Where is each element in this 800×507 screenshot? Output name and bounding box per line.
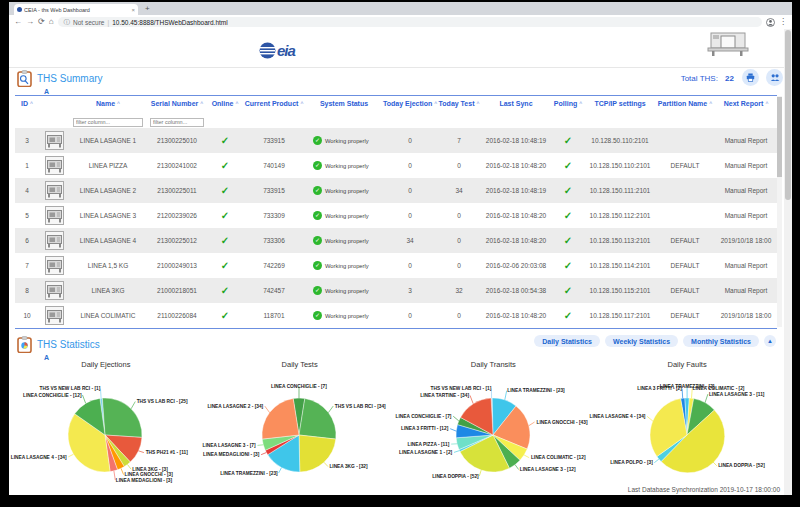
tab-close-icon[interactable]: ×	[131, 7, 135, 13]
column-header-name[interactable]: Name^	[69, 96, 147, 111]
cell-serial-number: 21000249013	[147, 253, 207, 278]
cell-polling: ✓	[551, 228, 585, 253]
summary-collapse-marker[interactable]: A	[44, 88, 49, 95]
sort-caret-icon[interactable]: ^	[30, 100, 33, 106]
filter-cell	[15, 110, 39, 128]
reload-icon[interactable]: ⟳	[38, 18, 45, 26]
status-ok-label: Working properly	[325, 213, 369, 219]
cell-online: ✓	[207, 303, 243, 329]
browser-tab[interactable]: CEIA - ths Web Dashboard ×	[14, 4, 138, 15]
filter-input-name[interactable]	[73, 118, 143, 127]
dashboard-page: eia THS Summary A Total THS:	[9, 29, 792, 495]
chart-title: Daily Tests	[203, 360, 397, 373]
cell-id: 10	[15, 303, 39, 329]
weekly-statistics-button[interactable]: Weekly Statistics	[605, 335, 678, 347]
menu-icon[interactable]: ⋮	[779, 18, 787, 26]
cell-today-ejection: 0	[383, 153, 437, 178]
cell-polling: ✓	[551, 178, 585, 203]
new-tab-button[interactable]: +	[145, 5, 150, 15]
pie-slice-linea-lasagne-2	[262, 399, 299, 440]
table-row-7[interactable]: 7LINEA 1,5 KG21000249013✓742269✓Working …	[15, 253, 777, 278]
back-icon[interactable]: ←	[14, 18, 22, 26]
home-icon[interactable]: ⌂	[49, 18, 54, 26]
cell-id: 8	[15, 278, 39, 303]
pie-label: LINEA CONCHIGLIE - [7]	[271, 384, 327, 389]
cell-system-status: ✓Working properly	[305, 303, 383, 329]
cell-system-status: ✓Working properly	[305, 203, 383, 228]
ths-machine-image	[706, 31, 750, 62]
tab-bar: CEIA - ths Web Dashboard × +	[9, 2, 792, 15]
sort-caret-icon[interactable]: ^	[235, 100, 238, 106]
online-check-icon: ✓	[221, 185, 229, 196]
table-row-4[interactable]: 4LINEA LASAGNE 221300225011✓733915✓Worki…	[15, 178, 777, 203]
sort-caret-icon[interactable]: ^	[579, 100, 582, 106]
cell-today-test: 34	[437, 178, 481, 203]
cell-online: ✓	[207, 178, 243, 203]
cell-today-test: 0	[437, 203, 481, 228]
table-row-3[interactable]: 3LINEA LASAGNE 121300225010✓733915✓Worki…	[15, 128, 777, 153]
column-header-system-status[interactable]: System Status	[305, 96, 383, 111]
sort-caret-icon[interactable]: ^	[477, 100, 480, 106]
column-header-polling[interactable]: Polling^	[551, 96, 585, 111]
page-scrollbar[interactable]	[784, 29, 792, 495]
pie-label: LINEA LASAGNE 1 - [2]	[399, 450, 453, 455]
cell-machine-thumbnail	[39, 178, 69, 203]
pie-label-leader	[83, 395, 86, 403]
column-header-partition-name[interactable]: Partition Name^	[655, 96, 715, 111]
table-row-10[interactable]: 10LINEA COLIMATIC21100226084✓118701✓Work…	[15, 303, 777, 329]
sort-caret-icon[interactable]: ^	[765, 100, 768, 106]
cell-serial-number: 21100226084	[147, 303, 207, 329]
print-button[interactable]	[742, 69, 759, 86]
statistics-section-header: THS Statistics	[17, 336, 100, 353]
cell-partition-name: DEFAULT	[655, 303, 715, 329]
page-scrollbar-thumb[interactable]	[785, 30, 791, 200]
column-header-today-test[interactable]: Today Test^	[437, 96, 481, 111]
cell-today-test: 0	[437, 153, 481, 178]
column-label: ID	[21, 100, 28, 107]
pie-svg: THS VS NEW LAB RCI - [1]LINEA TRAMEZZINI…	[397, 373, 590, 491]
status-ok-label: Working properly	[325, 238, 369, 244]
column-header-last-sync[interactable]: Last Sync	[481, 96, 551, 111]
table-filter-row	[15, 110, 777, 128]
cell-machine-thumbnail	[39, 128, 69, 153]
pie-label: LINEA TRAMEZZINI - [23]	[220, 471, 278, 476]
pie-label-leader	[69, 454, 74, 457]
daily-statistics-button[interactable]: Daily Statistics	[534, 335, 600, 347]
column-header-id[interactable]: ID^	[15, 96, 39, 111]
filter-input-serial[interactable]	[150, 118, 204, 127]
sort-caret-icon[interactable]: ^	[709, 100, 712, 106]
cell-tcpip-settings: 10.128.150.113:2101	[585, 228, 655, 253]
column-header-current-product[interactable]: Current Product^	[243, 96, 305, 111]
pie-label-leader	[121, 468, 124, 474]
column-header-next-report[interactable]: Next Report^	[715, 96, 777, 111]
table-row-6[interactable]: 6LINEA LASAGNE 421300225012✓733306✓Worki…	[15, 228, 777, 253]
filter-cell	[243, 110, 305, 128]
column-header-tcp-ip-settings[interactable]: TCP/IP settings	[585, 96, 655, 111]
online-check-icon: ✓	[221, 210, 229, 221]
monthly-statistics-button[interactable]: Monthly Statistics	[683, 335, 759, 347]
column-header-serial-number[interactable]: Serial Number^	[147, 96, 207, 111]
online-check-icon: ✓	[221, 135, 229, 146]
cell-online: ✓	[207, 153, 243, 178]
column-header-today-ejection[interactable]: Today Ejection^	[383, 96, 437, 111]
sort-caret-icon[interactable]: ^	[117, 100, 120, 106]
sort-caret-icon[interactable]: ^	[200, 100, 203, 106]
sort-caret-icon[interactable]: ^	[434, 100, 437, 106]
summary-section-header: THS Summary	[17, 70, 103, 87]
users-button[interactable]	[766, 69, 783, 86]
table-row-1[interactable]: 1LINEA PIZZA21300241002✓740149✓Working p…	[15, 153, 777, 178]
filter-cell	[481, 110, 551, 128]
url-field[interactable]: ⓘ Not secure | 10.50.45:8888/THSWebDashb…	[58, 17, 762, 27]
cell-machine-thumbnail	[39, 203, 69, 228]
table-row-5[interactable]: 5LINEA LASAGNE 321200239026✓733309✓Worki…	[15, 203, 777, 228]
sort-caret-icon[interactable]: ^	[300, 100, 303, 106]
forward-icon[interactable]: →	[26, 18, 34, 26]
statistics-more-button[interactable]: ▲	[764, 335, 776, 347]
column-label: Polling	[554, 100, 577, 107]
statistics-title: THS Statistics	[37, 339, 100, 350]
table-row-8[interactable]: 8LINEA 3KG21000218051✓742457✓Working pro…	[15, 278, 777, 303]
table-scrollbar[interactable]	[777, 96, 782, 327]
table-scrollbar-thumb[interactable]	[777, 97, 782, 177]
info-icon[interactable]: ⓘ	[64, 18, 71, 27]
column-header-online[interactable]: Online^	[207, 96, 243, 111]
